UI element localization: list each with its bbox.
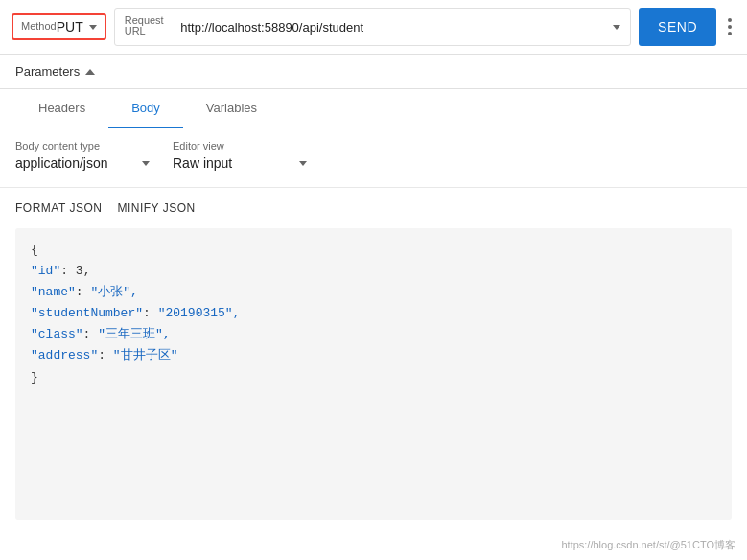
content-type-value: application/json bbox=[15, 155, 136, 171]
url-label: Request URL bbox=[125, 15, 181, 36]
parameters-row: Parameters bbox=[0, 55, 747, 89]
collapse-chevron-icon bbox=[85, 69, 95, 75]
dot2 bbox=[728, 25, 732, 29]
content-type-row: Body content type application/json Edito… bbox=[0, 128, 747, 188]
collapse-button[interactable] bbox=[85, 69, 95, 75]
code-line-4: "class": "三年三班", bbox=[31, 324, 716, 345]
tab-headers[interactable]: Headers bbox=[15, 89, 108, 128]
dot3 bbox=[728, 32, 732, 35]
method-dropdown[interactable]: Method PUT bbox=[12, 13, 106, 40]
editor-view-chevron-icon bbox=[299, 161, 307, 166]
content-type-label: Body content type bbox=[15, 140, 150, 152]
watermark: https://blog.csdn.net/st/@51CTO博客 bbox=[561, 538, 735, 552]
url-input-row bbox=[180, 20, 620, 35]
code-line-5: "address": "甘井子区" bbox=[31, 345, 716, 366]
more-options-button[interactable] bbox=[724, 14, 735, 39]
method-value-row: PUT bbox=[57, 19, 97, 35]
tab-body[interactable]: Body bbox=[108, 89, 183, 128]
parameters-label: Parameters bbox=[15, 64, 80, 79]
code-line-2: "name": "小张", bbox=[31, 282, 716, 303]
editor-view-dropdown[interactable]: Raw input bbox=[173, 155, 307, 175]
url-container: Request URL bbox=[114, 8, 631, 46]
tabs-container: Headers Body Variables bbox=[0, 89, 747, 128]
minify-json-button[interactable]: MINIFY JSON bbox=[117, 198, 195, 219]
content-type-dropdown[interactable]: application/json bbox=[15, 155, 150, 175]
tab-variables[interactable]: Variables bbox=[183, 89, 280, 128]
body-content-type-group: Body content type application/json bbox=[15, 140, 150, 175]
method-chevron-icon bbox=[89, 25, 97, 30]
code-line-3: "studentNumber": "20190315", bbox=[31, 303, 716, 324]
method-value: PUT bbox=[57, 19, 83, 35]
url-input[interactable] bbox=[180, 20, 607, 35]
content-type-chevron-icon bbox=[142, 161, 150, 166]
editor-view-value: Raw input bbox=[173, 155, 293, 171]
code-line-0: { bbox=[31, 240, 716, 261]
format-row: FORMAT JSON MINIFY JSON bbox=[0, 188, 747, 228]
send-button[interactable]: SEND bbox=[639, 8, 716, 46]
format-json-button[interactable]: FORMAT JSON bbox=[15, 198, 102, 219]
editor-view-label: Editor view bbox=[173, 140, 307, 152]
dot1 bbox=[728, 18, 732, 22]
top-bar: Method PUT Request URL SEND bbox=[0, 0, 747, 55]
code-editor[interactable]: { "id": 3, "name": "小张", "studentNumber"… bbox=[15, 228, 732, 520]
code-line-1: "id": 3, bbox=[31, 261, 716, 282]
editor-view-group: Editor view Raw input bbox=[173, 140, 307, 175]
method-label: Method bbox=[21, 21, 57, 32]
code-line-6: } bbox=[31, 367, 716, 388]
url-dropdown-icon[interactable] bbox=[613, 25, 620, 30]
